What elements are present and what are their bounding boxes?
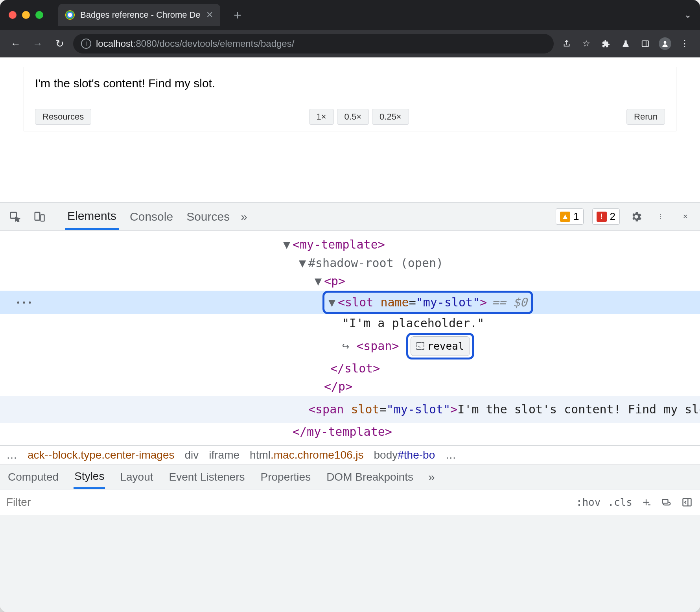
rerun-button[interactable]: Rerun [626, 109, 665, 125]
warning-count: 1 [573, 210, 579, 223]
device-toggle-icon[interactable] [31, 209, 47, 225]
zoom-window-icon[interactable] [35, 11, 43, 19]
dom-slot-open[interactable]: ▼<slot name="my-slot">== $0 [0, 291, 700, 315]
tabs-dropdown-icon[interactable]: ⌄ [684, 10, 691, 20]
error-icon: ! [597, 212, 607, 222]
tab-sources[interactable]: Sources [184, 205, 232, 229]
tab-console[interactable]: Console [127, 205, 175, 229]
styles-filter-input[interactable] [6, 496, 569, 509]
styles-tabs: Computed Styles Layout Event Listeners P… [0, 465, 700, 490]
crumb-iframe[interactable]: iframe [209, 449, 239, 461]
side-panel-icon[interactable] [637, 35, 654, 52]
scale-05x-button[interactable]: 0.5× [337, 109, 369, 125]
svg-rect-4 [35, 212, 40, 220]
tab-close-icon[interactable]: ✕ [206, 10, 213, 20]
slot-content-text: I'm the slot's content! Find my slot. [35, 77, 665, 90]
reveal-badge[interactable]: reveal [411, 336, 470, 356]
new-tab-button[interactable]: ＋ [231, 6, 244, 24]
crumb-ellipsis-left: … [6, 449, 17, 461]
dom-shadow-root[interactable]: ▼#shadow-root (open) [0, 254, 700, 273]
svg-rect-0 [642, 41, 649, 47]
subtab-layout[interactable]: Layout [119, 466, 154, 488]
bookmark-icon[interactable]: ☆ [578, 35, 595, 52]
dom-my-template-open[interactable]: ▼<my-template> [0, 236, 700, 254]
devtools-tabs: Elements Console Sources » ▲1 !2 ⋮ ✕ [0, 203, 700, 231]
crumb-div[interactable]: div [184, 449, 199, 461]
dom-span-reveal[interactable]: ↪ <span> reveal [0, 333, 700, 359]
new-style-rule-icon[interactable] [639, 496, 653, 509]
url-host: localhost [96, 38, 133, 49]
svg-point-2 [664, 41, 667, 44]
hov-toggle[interactable]: :hov [576, 496, 601, 508]
chrome-menu-icon[interactable]: ⋮ [676, 35, 693, 52]
url-field[interactable]: i localhost:8080/docs/devtools/elements/… [73, 34, 554, 53]
devtools-panel: Elements Console Sources » ▲1 !2 ⋮ ✕ ▼<m… [0, 202, 700, 612]
url-path: /docs/devtools/elements/badges/ [157, 38, 295, 49]
settings-icon[interactable] [628, 209, 644, 225]
extensions-icon[interactable] [598, 35, 614, 52]
titlebar: Badges reference - Chrome De ✕ ＋ ⌄ [0, 0, 700, 30]
close-window-icon[interactable] [9, 11, 17, 19]
warning-icon: ▲ [560, 212, 570, 222]
toggle-sidebar-icon[interactable] [680, 496, 694, 509]
dom-slot-close[interactable]: </slot> [0, 359, 700, 378]
crumb-html[interactable]: html.mac.chrome106.js [250, 449, 363, 461]
subtab-properties[interactable]: Properties [260, 466, 312, 488]
styles-filter-row: :hov .cls [0, 490, 700, 515]
chrome-favicon-icon [65, 10, 75, 20]
window-controls [9, 11, 43, 19]
color-format-icon[interactable] [660, 496, 673, 509]
dom-p-close[interactable]: </p> [0, 378, 700, 396]
dom-placeholder-text[interactable]: "I'm a placeholder." [0, 314, 700, 333]
dom-span-slot[interactable]: <span slot="my-slot">I'm the slot's cont… [0, 396, 700, 423]
url-bar: ← → ↻ i localhost:8080/docs/devtools/ele… [0, 30, 700, 57]
inspect-icon[interactable] [7, 209, 23, 225]
subtab-computed[interactable]: Computed [7, 466, 59, 488]
scale-1x-button[interactable]: 1× [309, 109, 334, 125]
error-count: 2 [610, 210, 615, 223]
reveal-badge-icon [416, 342, 424, 350]
example-content-box: I'm the slot's content! Find my slot. Re… [24, 67, 676, 131]
close-devtools-icon[interactable]: ✕ [677, 209, 693, 225]
svg-rect-5 [41, 215, 44, 221]
forward-button[interactable]: → [29, 35, 46, 52]
dom-my-template-close[interactable]: </my-template> [0, 423, 700, 441]
errors-pill[interactable]: !2 [592, 208, 620, 225]
subtab-styles[interactable]: Styles [74, 465, 105, 489]
url-port: :8080 [133, 38, 157, 49]
browser-tab[interactable]: Badges reference - Chrome De ✕ [58, 4, 220, 26]
more-tabs-icon[interactable]: » [241, 210, 247, 223]
crumb-body[interactable]: body#the-bo [374, 449, 435, 461]
svg-rect-9 [663, 500, 668, 503]
subtab-dom-breakpoints[interactable]: DOM Breakpoints [326, 466, 414, 488]
dom-tree[interactable]: ▼<my-template> ▼#shadow-root (open) ▼<p>… [0, 231, 700, 445]
page-content: I'm the slot's content! Find my slot. Re… [0, 57, 700, 202]
tab-elements[interactable]: Elements [65, 204, 119, 230]
cls-toggle[interactable]: .cls [608, 496, 632, 508]
subtab-event-listeners[interactable]: Event Listeners [168, 466, 246, 488]
labs-icon[interactable] [617, 35, 634, 52]
share-icon[interactable] [558, 35, 575, 52]
breadcrumb[interactable]: … ack--block.type.center-images div ifra… [0, 445, 700, 465]
profile-avatar[interactable] [657, 35, 673, 52]
tab-title: Badges reference - Chrome De [80, 10, 201, 20]
crumb-ellipsis-right: … [445, 449, 456, 461]
devtools-menu-icon[interactable]: ⋮ [653, 209, 669, 225]
minimize-window-icon[interactable] [22, 11, 30, 19]
site-info-icon[interactable]: i [81, 39, 91, 49]
scale-025x-button[interactable]: 0.25× [372, 109, 409, 125]
crumb-1[interactable]: ack--block.type.center-images [28, 449, 174, 461]
back-button[interactable]: ← [7, 35, 24, 52]
reload-button[interactable]: ↻ [51, 35, 68, 52]
warnings-pill[interactable]: ▲1 [556, 208, 583, 225]
dom-p-open[interactable]: ▼<p> [0, 272, 700, 291]
subtabs-more-icon[interactable]: » [428, 470, 435, 484]
resources-button[interactable]: Resources [35, 109, 91, 125]
